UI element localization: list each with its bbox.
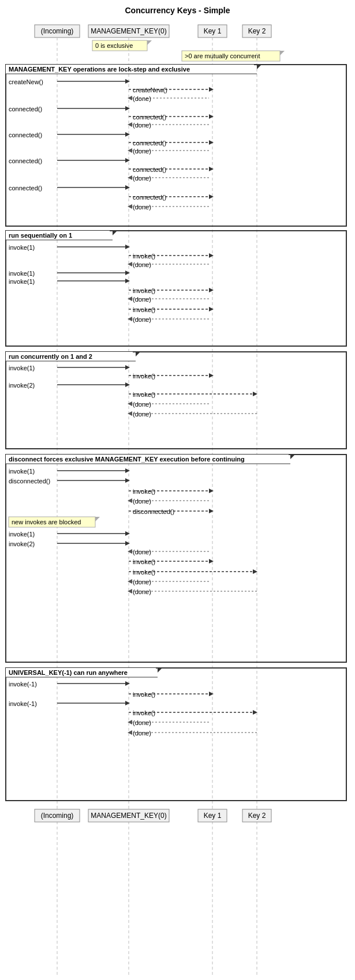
arrow-connected-6-head bbox=[209, 167, 214, 171]
label-done-disc-4: (done) bbox=[133, 588, 151, 595]
arrow-connected-3-head bbox=[125, 132, 130, 137]
label-invoke-univ-1: invoke() bbox=[133, 691, 155, 698]
label-invoke-seq-1: invoke() bbox=[133, 253, 155, 260]
arrow-invoke-conc-1-head bbox=[209, 373, 214, 378]
label-invoke-1-univ-2: invoke(-1) bbox=[9, 700, 37, 707]
label-done-3: (done) bbox=[133, 148, 151, 155]
page-container: Concurrency Keys - Simple (Incoming) MAN… bbox=[0, 0, 355, 980]
label-createNew-2: createNew() bbox=[133, 87, 167, 93]
arrow-done-conc-1-head bbox=[128, 401, 132, 406]
lifeline-key2-label-bottom: Key 2 bbox=[248, 812, 266, 820]
label-invoke-univ-2: invoke() bbox=[133, 709, 155, 716]
arrow-invoke1-seq-3-head bbox=[125, 279, 130, 283]
section-mgmt-ops bbox=[6, 65, 346, 226]
arrow-disconnected-1-head bbox=[125, 478, 130, 483]
arrow-done-1-head bbox=[128, 96, 132, 100]
arrow-createNew-1-head bbox=[125, 79, 130, 84]
label-invoke-seq-3: invoke() bbox=[133, 306, 155, 313]
lifeline-mgmt-label-bottom: MANAGEMENT_KEY(0) bbox=[91, 812, 166, 820]
label-invoke1-conc: invoke(1) bbox=[9, 365, 35, 371]
label-done-conc-1: (done) bbox=[133, 401, 151, 408]
label-invoke-disc-2: invoke() bbox=[133, 558, 155, 565]
section-conc-fold bbox=[136, 352, 140, 356]
arrow-done-disc-4-head bbox=[128, 589, 132, 594]
arrow-invoke-seq-3-head bbox=[209, 307, 214, 311]
label-invoke2-conc: invoke(2) bbox=[9, 382, 35, 389]
label-done-4: (done) bbox=[133, 175, 151, 182]
arrow-done-seq-1-head bbox=[128, 262, 132, 266]
section-seq-fold bbox=[113, 231, 117, 235]
note-blocked-fold bbox=[95, 517, 100, 521]
label-done-univ-1: (done) bbox=[133, 719, 151, 726]
label-invoke2-disc: invoke(2) bbox=[9, 540, 35, 547]
arrow-done-seq-2-head bbox=[128, 296, 132, 301]
label-invoke1-disc: invoke(1) bbox=[9, 468, 35, 475]
lifeline-mgmt-label: MANAGEMENT_KEY(0) bbox=[91, 27, 166, 35]
label-invoke-1-univ-1: invoke(-1) bbox=[9, 681, 37, 688]
arrow-done-3-head bbox=[128, 148, 132, 153]
label-done-disc-3: (done) bbox=[133, 579, 151, 585]
lifeline-key1-label: Key 1 bbox=[204, 27, 222, 35]
arrow-connected-5-head bbox=[125, 158, 130, 163]
label-done-univ-2: (done) bbox=[133, 730, 151, 737]
arrow-invoke1-seq-1-head bbox=[125, 245, 130, 249]
label-connected-4: connected() bbox=[133, 140, 166, 147]
label-done-5: (done) bbox=[133, 204, 151, 211]
arrow-invoke-seq-2-head bbox=[209, 288, 214, 292]
arrow-invoke-1-univ-2-head bbox=[125, 701, 130, 705]
arrow-connected-1-head bbox=[125, 106, 130, 111]
label-invoke1-disc-2: invoke(1) bbox=[9, 531, 35, 538]
arrow-connected-8-head bbox=[209, 194, 214, 199]
arrow-invoke2-conc-head bbox=[125, 382, 130, 387]
label-done-seq-1: (done) bbox=[133, 261, 151, 268]
note-concurrent-text: >0 are mutually concurrent bbox=[185, 52, 260, 59]
label-connected-1: connected() bbox=[9, 106, 42, 112]
section-seq-label: run sequentially on 1 bbox=[9, 232, 72, 239]
label-invoke-conc-1: invoke() bbox=[133, 373, 155, 380]
lifeline-key1-label-bottom: Key 1 bbox=[204, 812, 222, 820]
arrow-invoke-seq-1-head bbox=[209, 253, 214, 258]
arrow-disconnected-2-head bbox=[209, 509, 214, 513]
page-title: Concurrency Keys - Simple bbox=[3, 6, 352, 15]
arrow-createNew-2-head bbox=[209, 87, 214, 92]
section-disconnect-fold bbox=[290, 455, 295, 459]
arrow-invoke-disc-2-head bbox=[209, 559, 214, 564]
arrow-invoke1-seq-2-head bbox=[125, 271, 130, 275]
arrow-done-univ-1-head bbox=[128, 720, 132, 724]
label-invoke1-seq-1: invoke(1) bbox=[9, 244, 35, 251]
label-done-conc-2: (done) bbox=[133, 411, 151, 418]
label-connected-3: connected() bbox=[9, 132, 42, 138]
note-exclusive-text: 0 is exclusive bbox=[95, 42, 133, 49]
label-connected-8: connected() bbox=[133, 194, 166, 201]
label-invoke-disc-1: invoke() bbox=[133, 488, 155, 495]
section-conc-label: run concurrently on 1 and 2 bbox=[9, 353, 92, 360]
arrow-invoke-disc-1-head bbox=[209, 489, 214, 493]
section-mgmt-ops-label: MANAGEMENT_KEY operations are lock-step … bbox=[9, 66, 190, 73]
arrow-done-univ-2-head bbox=[128, 730, 132, 735]
lifeline-incoming-label-bottom: (Incoming) bbox=[41, 812, 74, 820]
arrow-invoke1-conc-head bbox=[125, 365, 130, 370]
label-invoke-conc-2: invoke() bbox=[133, 391, 155, 398]
arrow-invoke1-disc-head bbox=[125, 468, 130, 473]
arrow-done-4-head bbox=[128, 175, 132, 180]
arrow-invoke-1-univ-1-head bbox=[125, 681, 130, 686]
diagram: (Incoming) MANAGEMENT_KEY(0) Key 1 Key 2… bbox=[3, 22, 352, 979]
section-universal-fold bbox=[158, 668, 162, 673]
arrow-done-disc-1-head bbox=[128, 498, 132, 503]
label-invoke1-seq-3: invoke(1) bbox=[9, 278, 35, 285]
label-invoke-seq-2: invoke() bbox=[133, 287, 155, 294]
label-done-2: (done) bbox=[133, 122, 151, 129]
arrow-invoke2-disc-head bbox=[125, 541, 130, 546]
arrow-done-disc-3-head bbox=[128, 579, 132, 584]
arrow-invoke-univ-1-head bbox=[209, 692, 214, 696]
note-concurrent-fold bbox=[280, 51, 285, 55]
lifeline-key2-label: Key 2 bbox=[248, 27, 266, 35]
label-done-disc-2: (done) bbox=[133, 549, 151, 555]
arrow-invoke1-disc-2-head bbox=[125, 531, 130, 536]
label-invoke1-seq-2: invoke(1) bbox=[9, 270, 35, 277]
lifeline-incoming-label: (Incoming) bbox=[41, 27, 74, 35]
arrow-connected-2-head bbox=[209, 114, 214, 119]
arrow-done-2-head bbox=[128, 122, 132, 127]
label-createNew-1: createNew() bbox=[9, 78, 43, 85]
label-connected-7: connected() bbox=[9, 185, 42, 192]
